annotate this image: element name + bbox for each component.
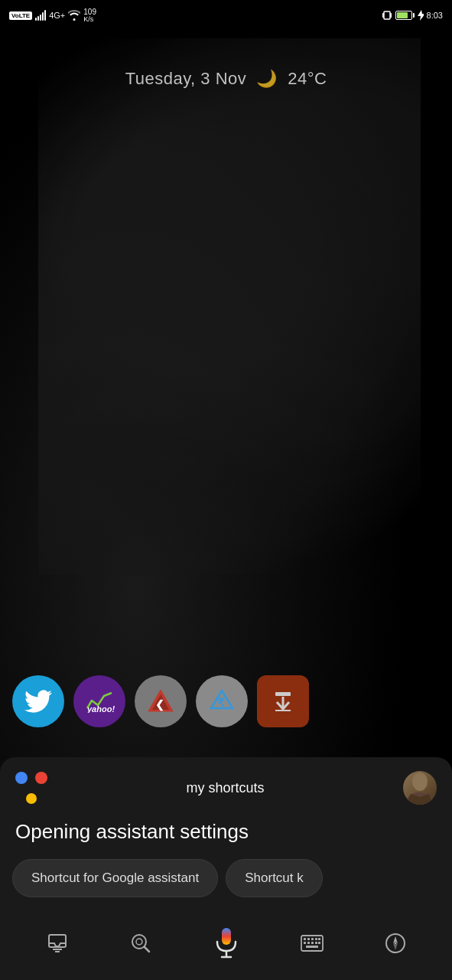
status-right: 8:03 bbox=[382, 10, 443, 21]
keyboard-icon bbox=[301, 935, 324, 952]
svg-text:❮: ❮ bbox=[155, 698, 164, 711]
svg-rect-13 bbox=[49, 935, 66, 947]
assistant-shortcuts-title: my shortcuts bbox=[57, 780, 394, 796]
volte-badge: VoLTE bbox=[9, 11, 32, 20]
user-avatar-image bbox=[403, 771, 437, 805]
shortcut-k[interactable]: Shortcut k bbox=[226, 859, 323, 897]
shortcuts-row: Shortcut for Google assistant Shortcut k bbox=[0, 859, 452, 913]
compass-icon bbox=[385, 933, 406, 954]
dot-yellow bbox=[26, 793, 37, 804]
svg-rect-28 bbox=[304, 942, 306, 944]
date-widget: Tuesday, 3 Nov 🌙 24°C bbox=[0, 69, 452, 89]
app-dock: yahoo! ❮ ₹ bbox=[0, 675, 452, 727]
network-speed: 109 K/s bbox=[83, 8, 96, 23]
lens-icon bbox=[130, 933, 151, 954]
yahoo-chart-icon: yahoo! bbox=[84, 690, 115, 713]
signal-bar-2 bbox=[37, 16, 39, 21]
twitter-app-icon[interactable] bbox=[12, 675, 64, 727]
speed-value: 109 bbox=[83, 8, 96, 16]
status-bar: VoLTE 4G+ 109 K/s bbox=[0, 0, 452, 31]
twitter-bird-icon bbox=[24, 690, 52, 713]
svg-rect-19 bbox=[222, 928, 231, 945]
dot-red bbox=[35, 772, 47, 784]
lens-button[interactable] bbox=[122, 924, 160, 962]
assistant-status-text: Opening assistant settings bbox=[0, 812, 452, 859]
upi-app-icon[interactable]: ₹ bbox=[196, 675, 248, 727]
battery-tip bbox=[413, 13, 415, 18]
keyboard-button[interactable] bbox=[293, 924, 331, 962]
svg-point-12 bbox=[412, 773, 428, 791]
user-avatar[interactable] bbox=[403, 771, 437, 805]
signal-bar-1 bbox=[35, 18, 37, 21]
charging-icon bbox=[418, 10, 424, 21]
svg-rect-30 bbox=[311, 942, 314, 944]
svg-point-37 bbox=[394, 942, 396, 945]
status-left: VoLTE 4G+ 109 K/s bbox=[9, 8, 96, 23]
wifi-icon bbox=[68, 10, 80, 21]
svg-rect-31 bbox=[315, 942, 317, 944]
tray-button[interactable] bbox=[38, 924, 76, 962]
svg-rect-26 bbox=[315, 938, 317, 940]
tray-icon bbox=[47, 933, 68, 954]
compass-button[interactable] bbox=[376, 924, 415, 962]
speed-unit: K/s bbox=[83, 16, 96, 23]
assistant-header: my shortcuts bbox=[0, 757, 452, 812]
svg-rect-0 bbox=[384, 11, 390, 19]
signal-bar-4 bbox=[42, 12, 44, 21]
svg-rect-32 bbox=[318, 942, 320, 944]
svg-rect-9 bbox=[275, 692, 291, 696]
assistant-toolbar bbox=[0, 913, 452, 980]
download-manager-icon[interactable] bbox=[257, 675, 309, 727]
user-avatar-svg bbox=[405, 771, 435, 805]
svg-point-18 bbox=[136, 939, 142, 945]
svg-rect-27 bbox=[318, 938, 320, 940]
svg-rect-2 bbox=[390, 13, 392, 18]
shortcut-google-assistant[interactable]: Shortcut for Google assistant bbox=[12, 859, 218, 897]
cwallet-app-icon[interactable]: ❮ bbox=[135, 675, 187, 727]
cwallet-icon: ❮ bbox=[146, 687, 175, 716]
upi-icon: ₹ bbox=[207, 687, 236, 716]
svg-rect-23 bbox=[304, 938, 306, 940]
vibrate-icon bbox=[382, 10, 392, 21]
svg-rect-29 bbox=[307, 942, 310, 944]
signal-bars bbox=[35, 10, 46, 21]
download-arrow-icon bbox=[271, 689, 295, 714]
svg-rect-24 bbox=[307, 938, 310, 940]
date-text: Tuesday, 3 Nov 🌙 24°C bbox=[125, 69, 327, 88]
svg-text:yahoo!: yahoo! bbox=[86, 704, 115, 713]
google-assistant-logo bbox=[15, 772, 47, 804]
svg-rect-25 bbox=[311, 938, 314, 940]
assistant-panel: my shortcuts Opening assistant settings … bbox=[0, 757, 452, 980]
battery-fill bbox=[397, 12, 408, 18]
svg-rect-33 bbox=[306, 946, 318, 948]
battery-icon bbox=[395, 11, 415, 20]
signal-bar-3 bbox=[40, 15, 41, 21]
svg-rect-1 bbox=[382, 13, 384, 18]
signal-bar-5 bbox=[44, 10, 46, 21]
mic-icon bbox=[214, 926, 239, 960]
svg-text:₹: ₹ bbox=[217, 696, 225, 709]
mic-button[interactable] bbox=[205, 922, 248, 965]
network-type: 4G+ bbox=[49, 11, 65, 20]
yahoo-finance-app-icon[interactable]: yahoo! bbox=[73, 675, 125, 727]
svg-line-17 bbox=[145, 947, 149, 952]
time-display: 8:03 bbox=[427, 11, 443, 20]
dot-blue bbox=[15, 772, 28, 784]
